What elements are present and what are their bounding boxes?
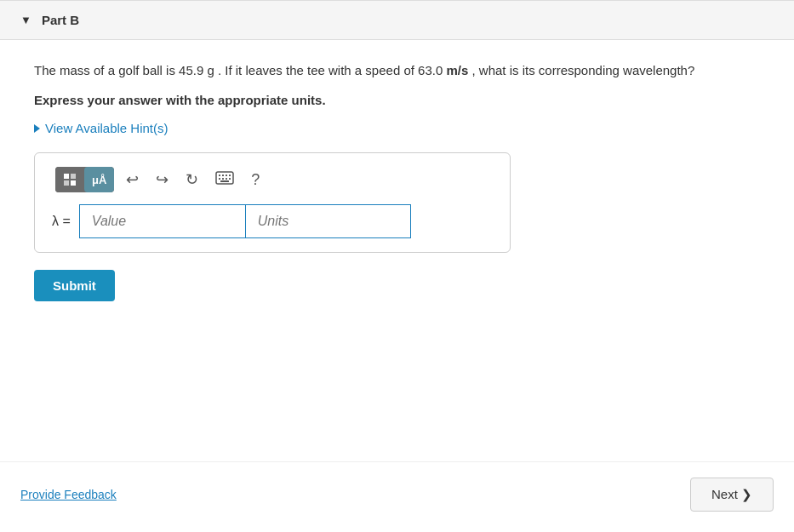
- svg-rect-9: [219, 178, 220, 180]
- hint-arrow-icon: [34, 124, 40, 133]
- question-speed: m/s: [446, 63, 468, 77]
- instruction-text: Express your answer with the appropriate…: [34, 93, 760, 107]
- svg-rect-3: [71, 180, 76, 186]
- svg-rect-8: [229, 174, 231, 176]
- svg-rect-7: [226, 174, 227, 176]
- svg-rect-12: [229, 178, 231, 180]
- page-container: ▼ Part B The mass of a golf ball is 45.9…: [0, 0, 794, 532]
- part-header: ▼ Part B: [0, 0, 794, 40]
- svg-rect-11: [226, 178, 227, 180]
- content-area: The mass of a golf ball is 45.9 g . If i…: [0, 40, 794, 461]
- submit-area: Submit: [34, 270, 760, 301]
- svg-rect-6: [222, 174, 224, 176]
- part-title: Part B: [42, 13, 79, 27]
- keyboard-button[interactable]: [210, 168, 239, 192]
- svg-rect-13: [220, 180, 229, 182]
- input-row: λ =: [52, 204, 493, 238]
- next-button[interactable]: Next ❯: [690, 478, 774, 512]
- template-btn-group: μÅ: [55, 167, 114, 192]
- provide-feedback-link[interactable]: Provide Feedback: [20, 488, 117, 501]
- redo-button[interactable]: ↪: [151, 167, 174, 192]
- svg-rect-0: [64, 174, 69, 179]
- undo-button[interactable]: ↩: [121, 167, 144, 192]
- svg-rect-1: [71, 174, 76, 179]
- view-hints-link[interactable]: View Available Hint(s): [34, 121, 760, 135]
- template-grid-button[interactable]: [55, 167, 84, 192]
- svg-rect-2: [64, 180, 69, 186]
- lambda-label: λ =: [52, 214, 71, 229]
- help-button[interactable]: ?: [246, 168, 265, 192]
- hint-label: View Available Hint(s): [45, 121, 169, 135]
- footer: Provide Feedback Next ❯: [0, 461, 794, 532]
- question-text: The mass of a golf ball is 45.9 g . If i…: [34, 60, 760, 81]
- svg-rect-5: [219, 174, 220, 176]
- units-button[interactable]: μÅ: [84, 167, 114, 192]
- svg-rect-10: [222, 178, 224, 180]
- submit-button[interactable]: Submit: [34, 270, 115, 301]
- answer-container: μÅ ↩ ↪ ↻: [34, 152, 511, 253]
- toolbar: μÅ ↩ ↪ ↻: [52, 167, 493, 192]
- value-input[interactable]: [79, 204, 245, 238]
- reset-button[interactable]: ↻: [180, 167, 203, 192]
- units-input[interactable]: [245, 204, 411, 238]
- collapse-arrow-icon[interactable]: ▼: [20, 14, 31, 26]
- question-text-part2: , what is its corresponding wavelength?: [468, 63, 694, 77]
- question-text-part1: The mass of a golf ball is 45.9 g . If i…: [34, 63, 446, 77]
